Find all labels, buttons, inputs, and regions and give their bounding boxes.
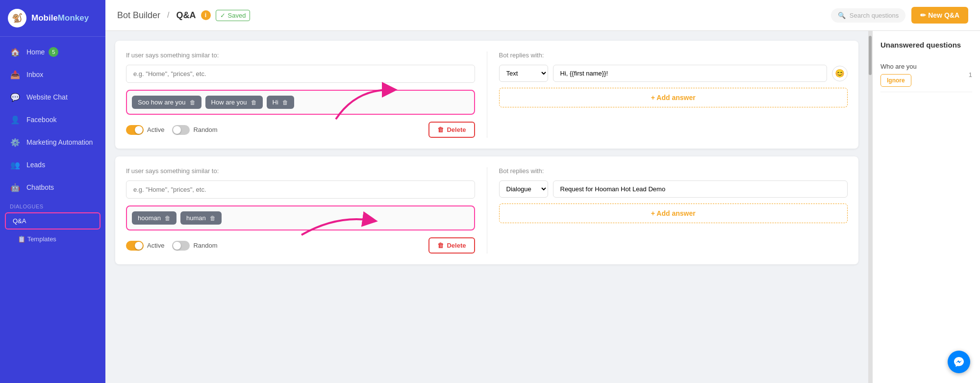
main-content: Bot Builder / Q&A i ✓ Saved 🔍 Search que…	[105, 0, 980, 383]
active-knob-1	[135, 126, 143, 134]
facebook-icon: 👤	[10, 114, 21, 125]
tag-delete-3[interactable]: 🗑	[282, 99, 288, 106]
qa-card-2: If user says something similar to: hooma…	[115, 156, 858, 264]
qa-card-1: If user says something similar to: Soo h…	[115, 41, 858, 149]
tags-area-2: hooman 🗑 human 🗑	[126, 205, 475, 230]
random-knob-1	[173, 126, 181, 134]
reply-type-select-1[interactable]: Text Dialogue Image GIF	[499, 65, 548, 82]
sidebar-item-marketing-automation-label: Marketing Automation	[26, 138, 93, 146]
sidebar-item-inbox[interactable]: 📥 Inbox	[0, 63, 105, 86]
header-left: Bot Builder / Q&A i ✓ Saved	[117, 10, 250, 21]
sidebar-item-marketing-automation[interactable]: ⚙️ Marketing Automation	[0, 131, 105, 153]
qa-input-1[interactable]	[126, 65, 475, 83]
search-placeholder: Search questions	[850, 12, 899, 19]
reply-type-select-2[interactable]: Text Dialogue Image GIF	[499, 180, 548, 198]
saved-label: Saved	[228, 12, 246, 19]
qa-card-2-right: Bot replies with: Text Dialogue Image GI…	[487, 167, 848, 254]
tag-how-are-you: How are you 🗑	[205, 96, 263, 109]
controls-row-2: Active Random 🗑 Delete	[126, 237, 475, 254]
random-toggle-1: Random	[172, 125, 217, 135]
tag-text-4: hooman	[138, 214, 161, 222]
sidebar-item-templates[interactable]: 📋 Templates	[0, 230, 105, 248]
sidebar-item-website-chat-label: Website Chat	[26, 93, 68, 101]
website-chat-icon: 💬	[10, 92, 21, 102]
header: Bot Builder / Q&A i ✓ Saved 🔍 Search que…	[105, 0, 980, 31]
sidebar-item-website-chat[interactable]: 💬 Website Chat	[0, 86, 105, 108]
add-answer-button-2[interactable]: + Add answer	[499, 204, 848, 223]
active-knob-2	[135, 242, 143, 250]
leads-icon: 👥	[10, 159, 21, 170]
sidebar-item-chatbots-label: Chatbots	[26, 183, 54, 191]
random-switch-1[interactable]	[172, 125, 190, 135]
saved-badge: ✓ Saved	[216, 10, 251, 21]
search-icon: 🔍	[838, 12, 846, 19]
tag-soo-how-are-you: Soo how are you 🗑	[132, 96, 201, 109]
panel-title: Unanswered questions	[880, 41, 972, 49]
active-switch-2[interactable]	[126, 241, 144, 251]
delete-button-1[interactable]: 🗑 Delete	[428, 122, 475, 138]
scroll-indicator	[868, 31, 872, 383]
sidebar-item-home-label: Home	[26, 48, 45, 56]
qa-card-1-left: If user says something similar to: Soo h…	[126, 51, 487, 138]
sidebar-nav: 🏠 Home 5 📥 Inbox 💬 Website Chat 👤 Facebo…	[0, 37, 105, 383]
qa-card-1-right: Bot replies with: Text Dialogue Image GI…	[487, 51, 848, 138]
scroll-thumb[interactable]	[869, 36, 872, 75]
random-label-1: Random	[193, 126, 217, 133]
breadcrumb-separator: /	[167, 11, 169, 20]
tag-delete-1[interactable]: 🗑	[190, 99, 196, 106]
active-toggle-1: Active	[126, 125, 164, 135]
sidebar-item-facebook[interactable]: 👤 Facebook	[0, 108, 105, 131]
delete-button-2[interactable]: 🗑 Delete	[428, 237, 475, 254]
unanswered-text-1: Who are you	[880, 63, 917, 70]
tag-text-5: human	[186, 214, 206, 222]
breadcrumb-current: Q&A	[176, 10, 196, 21]
unanswered-item-1: Who are you Ignore 1	[880, 58, 972, 92]
random-toggle-2: Random	[172, 241, 217, 251]
tags-area-1: Soo how are you 🗑 How are you 🗑 Hi 🗑	[126, 90, 475, 115]
sidebar-logo: 🐒 MobileMonkey	[0, 0, 105, 37]
emoji-button-1[interactable]: 😊	[832, 66, 848, 81]
sidebar-item-facebook-label: Facebook	[26, 116, 56, 124]
tag-delete-2[interactable]: 🗑	[251, 99, 257, 106]
sidebar-item-chatbots[interactable]: 🤖 Chatbots	[0, 176, 105, 199]
chat-bubble-button[interactable]	[948, 351, 970, 373]
ignore-button-1[interactable]: Ignore	[880, 74, 911, 87]
random-switch-2[interactable]	[172, 241, 190, 251]
active-label-1: Active	[147, 126, 164, 133]
toggle-group-2: Active Random	[126, 241, 218, 251]
add-answer-button-1[interactable]: + Add answer	[499, 88, 848, 107]
active-switch-1[interactable]	[126, 125, 144, 135]
tag-human: human 🗑	[180, 211, 222, 225]
sidebar-item-leads[interactable]: 👥 Leads	[0, 153, 105, 176]
reply-row-1: Text Dialogue Image GIF 😊	[499, 65, 848, 82]
checkmark-icon: ✓	[220, 12, 226, 19]
random-label-2: Random	[193, 242, 217, 249]
tag-text-1: Soo how are you	[138, 99, 186, 106]
reply-input-2[interactable]	[553, 180, 848, 198]
tag-hooman: hooman 🗑	[132, 211, 176, 225]
qa-left-label-2: If user says something similar to:	[126, 167, 475, 175]
reply-input-1[interactable]	[553, 65, 828, 82]
new-qa-button[interactable]: ✏ New Q&A	[911, 7, 968, 24]
qa-area: If user says something similar to: Soo h…	[105, 31, 868, 383]
inbox-icon: 📥	[10, 69, 21, 80]
logo-icon: 🐒	[8, 9, 26, 27]
info-icon[interactable]: i	[201, 10, 211, 20]
search-box[interactable]: 🔍 Search questions	[831, 8, 905, 23]
templates-icon: 📋	[18, 235, 25, 243]
tag-hi: Hi 🗑	[267, 96, 294, 109]
tag-delete-4[interactable]: 🗑	[165, 215, 171, 222]
qa-right-label-2: Bot replies with:	[499, 167, 848, 175]
sidebar-item-home[interactable]: 🏠 Home 5	[0, 41, 105, 63]
sidebar-item-qa[interactable]: Q&A	[5, 212, 101, 230]
templates-label: Templates	[27, 235, 56, 243]
qa-input-2[interactable]	[126, 180, 475, 199]
qa-card-2-left: If user says something similar to: hooma…	[126, 167, 487, 254]
reply-row-2: Text Dialogue Image GIF	[499, 180, 848, 198]
unanswered-count-1: 1	[969, 71, 972, 78]
tag-delete-5[interactable]: 🗑	[210, 215, 216, 222]
chatbots-icon: 🤖	[10, 182, 21, 193]
sidebar-item-leads-label: Leads	[26, 161, 45, 169]
controls-row-1: Active Random 🗑 Delete	[126, 122, 475, 138]
app-name: MobileMonkey	[31, 13, 89, 23]
